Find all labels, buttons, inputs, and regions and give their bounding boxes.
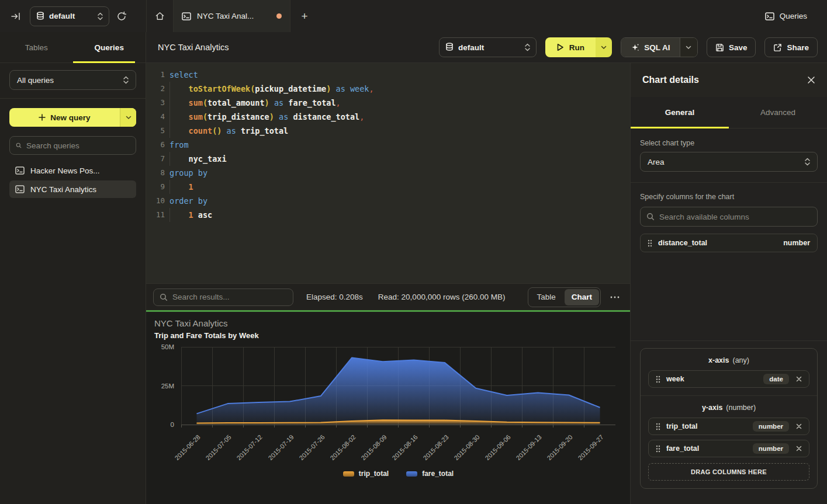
drag-columns-target[interactable]: DRAG COLUMNS HERE xyxy=(648,463,809,481)
sql-ai-options-button[interactable] xyxy=(680,38,697,57)
chart-type-select[interactable]: Area xyxy=(640,152,818,172)
remove-column-button[interactable] xyxy=(795,423,803,429)
topbar-database-select[interactable]: default xyxy=(30,6,109,26)
tab-strip: NYC Taxi Anal... + xyxy=(146,0,765,32)
panel-divider xyxy=(631,182,827,183)
columns-search-input[interactable] xyxy=(659,213,811,221)
y-axis-section: y-axis(number) trip_total number fare_to… xyxy=(641,396,817,488)
remove-column-button[interactable] xyxy=(795,446,803,451)
editor-line: 4 sum(trip_distance) as distance_total, xyxy=(146,110,630,124)
legend-item[interactable]: fare_total xyxy=(406,470,454,478)
tab-general[interactable]: General xyxy=(631,97,729,128)
axis-column-item[interactable]: fare_total number xyxy=(648,440,809,457)
search-icon xyxy=(646,213,655,221)
editor-line: 1 select xyxy=(146,68,630,82)
save-button[interactable]: Save xyxy=(707,37,756,57)
y-axis-tick-label: 25M xyxy=(161,383,174,390)
home-tab[interactable] xyxy=(146,0,174,32)
new-query-main[interactable]: New query xyxy=(9,108,120,127)
search-icon xyxy=(160,293,168,301)
legend-swatch xyxy=(343,471,354,477)
query-list-item[interactable]: Hacker News Pos... xyxy=(9,162,136,179)
view-toggle: Table Chart xyxy=(528,287,601,307)
query-list-item[interactable]: NYC Taxi Analytics xyxy=(9,180,136,198)
new-query-dropdown[interactable] xyxy=(120,108,136,127)
panel-body: Select chart type Area Specify columns f… xyxy=(631,128,827,504)
results-search-input[interactable] xyxy=(172,293,287,301)
share-button[interactable]: Share xyxy=(764,37,818,57)
queries-filter-select[interactable]: All queries xyxy=(9,70,136,90)
legend-item[interactable]: trip_total xyxy=(343,470,389,478)
table-view-button[interactable]: Table xyxy=(530,289,563,305)
chart-subtitle: Trip and Fare Totals by Week xyxy=(154,331,259,340)
terminal-icon xyxy=(182,12,191,20)
refresh-button[interactable] xyxy=(116,11,127,22)
sidebar: Tables Queries All queries New query xyxy=(0,32,146,504)
editor-lines: 1 select 2 toStartOfWeek(pickup_datetime… xyxy=(146,68,630,222)
run-database-select[interactable]: default xyxy=(439,37,537,57)
x-axis-items: week date xyxy=(648,370,809,388)
query-search xyxy=(9,136,136,155)
top-bar-left: default xyxy=(0,6,146,26)
drag-handle-icon[interactable] xyxy=(656,376,660,383)
line-code: select xyxy=(169,68,630,82)
panel-title: Chart details xyxy=(642,75,699,85)
chart-details-panel: Chart details General Advanced Select ch… xyxy=(630,63,827,504)
remove-column-button[interactable] xyxy=(795,376,803,382)
axis-column-name: week xyxy=(666,375,684,383)
save-icon xyxy=(715,43,724,52)
editor-line: 8 group by xyxy=(146,166,630,180)
chart-panel: NYC Taxi Analytics Trip and Fare Totals … xyxy=(146,312,630,504)
run-button[interactable]: Run xyxy=(545,37,596,57)
new-query-button[interactable]: New query xyxy=(9,108,136,127)
results-toolbar: Elapsed: 0.208s Read: 20,000,000 rows (2… xyxy=(146,283,630,310)
tab-advanced[interactable]: Advanced xyxy=(729,97,827,128)
run-options-button[interactable] xyxy=(596,37,612,57)
chart-view-button[interactable]: Chart xyxy=(565,289,599,305)
axes-box: x-axis(any) week date y-axis(number) xyxy=(640,348,818,489)
drag-handle-icon[interactable] xyxy=(648,239,652,247)
sparkle-icon xyxy=(631,43,639,52)
sidebar-content: All queries New query xyxy=(0,63,146,198)
sidebar-tab-queries[interactable]: Queries xyxy=(73,32,146,62)
new-tab-button[interactable]: + xyxy=(290,0,319,32)
queries-button[interactable]: Queries xyxy=(765,12,807,20)
y-axis-label: y-axis xyxy=(702,404,722,412)
line-code: sum(trip_distance) as distance_total, xyxy=(169,110,630,124)
editor-line: 5 count() as trip_total xyxy=(146,124,630,138)
collapse-sidebar-button[interactable] xyxy=(11,11,21,22)
drag-handle-icon[interactable] xyxy=(656,445,660,453)
chart-title: NYC Taxi Analytics xyxy=(154,318,228,328)
query-list-item-label: Hacker News Pos... xyxy=(30,166,100,175)
available-column-item[interactable]: distance_total number xyxy=(640,234,818,252)
editor-line: 11 1 asc xyxy=(146,208,630,222)
new-query-label: New query xyxy=(50,113,90,122)
drag-handle-icon[interactable] xyxy=(656,423,660,430)
y-axis-hint: (number) xyxy=(726,404,756,412)
unsaved-dot xyxy=(276,13,282,19)
save-label: Save xyxy=(729,43,748,52)
axis-column-item[interactable]: trip_total number xyxy=(648,418,809,435)
axis-column-type-badge: number xyxy=(753,421,789,432)
y-axis-heading: y-axis(number) xyxy=(648,402,809,413)
x-axis-label: x-axis xyxy=(708,356,729,364)
sql-editor[interactable]: 1 select 2 toStartOfWeek(pickup_datetime… xyxy=(146,63,630,283)
x-axis-section: x-axis(any) week date xyxy=(641,349,817,395)
sql-ai-button[interactable]: SQL AI xyxy=(621,38,680,57)
more-options-button[interactable] xyxy=(605,296,624,298)
axis-column-item[interactable]: week date xyxy=(648,370,809,388)
sql-ai-button-group: SQL AI xyxy=(621,37,698,57)
sidebar-tab-tables[interactable]: Tables xyxy=(0,32,73,62)
query-search-input[interactable] xyxy=(26,141,130,150)
x-axis-heading: x-axis(any) xyxy=(648,355,809,366)
column-name: distance_total xyxy=(658,239,707,247)
sidebar-tabs: Tables Queries xyxy=(0,32,146,63)
header-actions: default Run xyxy=(439,37,818,57)
line-number: 6 xyxy=(146,138,165,152)
active-query-tab[interactable]: NYC Taxi Anal... xyxy=(174,0,290,32)
updown-chevron-icon xyxy=(805,158,810,166)
axis-column-type-badge: date xyxy=(763,374,789,384)
close-panel-button[interactable] xyxy=(807,76,815,84)
line-number: 11 xyxy=(146,208,165,222)
line-code: count() as trip_total xyxy=(169,124,630,138)
